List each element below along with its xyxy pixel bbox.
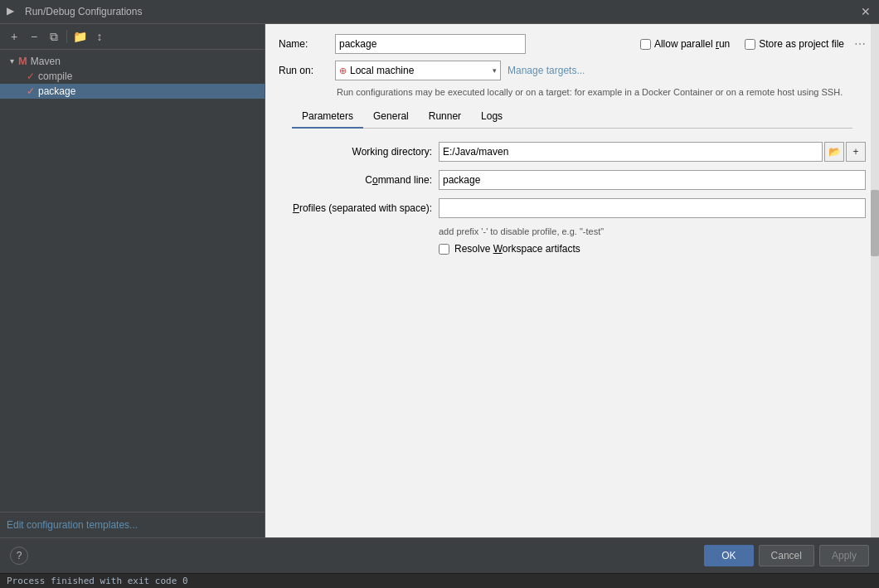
title-bar: ▶ Run/Debug Configurations ✕	[0, 0, 879, 24]
run-debug-configurations-dialog: ▶ Run/Debug Configurations ✕ + − ⧉ 📁	[0, 0, 879, 588]
macro-icon: +	[852, 146, 858, 158]
ok-button[interactable]: OK	[704, 545, 753, 566]
profiles-row: Profiles (separated with space):	[279, 198, 866, 218]
sort-icon: ↕	[97, 30, 103, 43]
package-icon: ✓	[27, 85, 35, 97]
folder-button[interactable]: 📁	[70, 27, 89, 46]
run-description: Run configurations may be executed local…	[337, 87, 866, 97]
sidebar-footer: Edit configuration templates...	[0, 512, 265, 537]
insert-macro-button[interactable]: +	[846, 142, 866, 162]
title-bar-left: ▶ Run/Debug Configurations	[7, 5, 142, 18]
tree-item-compile[interactable]: ✓ compile	[0, 69, 265, 84]
bottom-bar: ? OK Cancel Apply Process finished with …	[0, 537, 879, 588]
run-on-value: Local machine	[350, 65, 489, 76]
working-directory-label: Working directory:	[279, 146, 432, 158]
store-project-label: Store as project file	[759, 38, 844, 50]
sidebar: + − ⧉ 📁 ↕ ▾ M	[0, 24, 265, 537]
store-project-checkbox[interactable]	[745, 39, 755, 50]
allow-parallel-checkbox-label[interactable]: Allow parallel run	[640, 38, 730, 50]
resolve-workspace-label: Resolve Workspace artifacts	[454, 243, 580, 255]
profiles-label-text: Profiles (separated with space):	[293, 202, 432, 214]
status-bar: Process finished with exit code 0	[0, 573, 879, 588]
right-panel: Name: Allow parallel run Store as projec…	[265, 24, 879, 537]
scrollbar-thumb[interactable]	[871, 190, 879, 256]
working-directory-input-group: 📂 +	[439, 142, 866, 162]
folder-browse-icon: 📂	[828, 146, 841, 158]
tab-general-label: General	[373, 110, 409, 122]
compile-label: compile	[38, 70, 72, 82]
allow-parallel-checkbox[interactable]	[640, 39, 651, 50]
settings-icon: ⋯	[854, 37, 866, 51]
command-line-input[interactable]	[439, 170, 866, 190]
tab-runner[interactable]: Runner	[419, 105, 471, 129]
close-button[interactable]: ✕	[859, 5, 872, 18]
tree-item-maven[interactable]: ▾ M Maven	[0, 53, 265, 69]
remove-config-button[interactable]: −	[25, 27, 43, 46]
tab-logs-label: Logs	[481, 110, 503, 122]
working-dir-label-text: Working directory:	[352, 146, 432, 158]
name-input[interactable]	[335, 34, 526, 54]
run-on-icon: ⊕	[339, 66, 347, 76]
sort-button[interactable]: ↕	[90, 27, 109, 46]
command-line-label: Command line:	[279, 174, 432, 186]
tabs: Parameters General Runner Logs	[292, 105, 852, 129]
folder-icon: 📁	[73, 30, 87, 43]
copy-config-button[interactable]: ⧉	[45, 27, 63, 46]
cancel-button[interactable]: Cancel	[759, 545, 814, 566]
resolve-workspace-checkbox[interactable]	[439, 244, 449, 255]
tab-logs[interactable]: Logs	[471, 105, 512, 129]
expand-icon: ▾	[7, 56, 17, 66]
store-project-checkbox-label[interactable]: Store as project file	[745, 38, 844, 50]
name-row: Name: Allow parallel run Store as projec…	[279, 34, 866, 54]
panel-body: Working directory: 📂 +	[265, 129, 879, 537]
dialog-title: Run/Debug Configurations	[25, 6, 142, 17]
tab-parameters-label: Parameters	[302, 110, 353, 122]
tab-general[interactable]: General	[363, 105, 419, 129]
tree-item-package[interactable]: ✓ package	[0, 84, 265, 99]
allow-parallel-label: Allow parallel run	[654, 38, 730, 50]
command-line-row: Command line:	[279, 170, 866, 190]
working-directory-input[interactable]	[439, 142, 823, 162]
command-line-label-text: Command line:	[365, 174, 432, 186]
toolbar-separator	[66, 30, 67, 43]
browse-folder-button[interactable]: 📂	[824, 142, 844, 162]
help-button[interactable]: ?	[10, 547, 28, 565]
run-on-select[interactable]: ⊕ Local machine ▾	[335, 61, 501, 80]
maven-label: Maven	[31, 56, 61, 67]
sidebar-tree: ▾ M Maven ✓ compile ✓ package	[0, 50, 265, 512]
tab-parameters[interactable]: Parameters	[292, 105, 363, 129]
add-config-button[interactable]: +	[5, 27, 23, 46]
compile-icon: ✓	[27, 70, 35, 82]
package-label: package	[38, 85, 75, 97]
name-label: Name:	[279, 38, 328, 50]
run-on-row: Run on: ⊕ Local machine ▾ Manage targets…	[279, 61, 866, 80]
apply-button[interactable]: Apply	[819, 545, 869, 566]
main-content: + − ⧉ 📁 ↕ ▾ M	[0, 24, 879, 537]
copy-icon: ⧉	[50, 30, 58, 44]
sidebar-toolbar: + − ⧉ 📁 ↕	[0, 24, 265, 50]
run-on-label: Run on:	[279, 65, 328, 76]
profiles-label: Profiles (separated with space):	[279, 202, 432, 214]
maven-icon: M	[18, 55, 27, 67]
scrollbar[interactable]	[871, 24, 879, 537]
profiles-hint: add prefix '-' to disable profile, e.g. …	[439, 226, 866, 236]
working-directory-row: Working directory: 📂 +	[279, 142, 866, 162]
dialog-icon: ▶	[7, 5, 20, 18]
status-text: Process finished with exit code 0	[7, 576, 188, 586]
dropdown-arrow-icon: ▾	[493, 66, 497, 75]
manage-targets-link[interactable]: Manage targets...	[507, 65, 585, 76]
action-buttons: OK Cancel Apply	[704, 545, 869, 566]
bottom-buttons: ? OK Cancel Apply	[0, 538, 879, 573]
resolve-workspace-row: Resolve Workspace artifacts	[439, 243, 866, 255]
tab-runner-label: Runner	[429, 110, 461, 122]
edit-config-templates-link[interactable]: Edit configuration templates...	[7, 519, 138, 531]
config-header: Name: Allow parallel run Store as projec…	[265, 24, 879, 129]
profiles-input[interactable]	[439, 198, 866, 218]
